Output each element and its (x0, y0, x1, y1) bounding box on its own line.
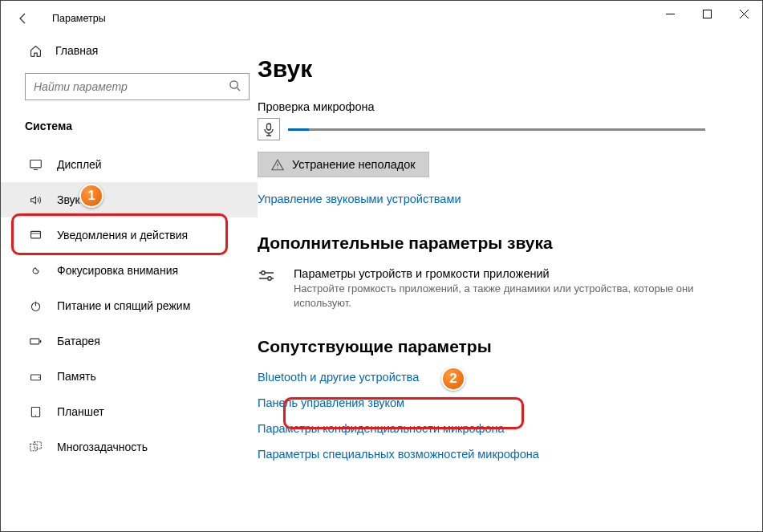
mic-test-row (258, 118, 738, 140)
sidebar-item-label: Звук (57, 193, 80, 206)
search-box[interactable] (25, 73, 250, 100)
svg-rect-13 (267, 124, 271, 130)
manage-sound-devices-link[interactable]: Управление звуковыми устройствами (258, 193, 461, 205)
battery-icon (26, 335, 44, 348)
window-title: Параметры (52, 13, 106, 24)
mic-icon (258, 118, 280, 140)
svg-point-14 (262, 271, 265, 274)
sliders-icon (258, 267, 279, 310)
sidebar-home[interactable]: Главная (1, 36, 258, 65)
mic-level-meter (288, 123, 705, 136)
troubleshoot-button[interactable]: Устранение неполадок (258, 152, 429, 177)
svg-rect-12 (34, 441, 41, 449)
display-icon (26, 158, 44, 172)
sidebar-home-label: Главная (55, 44, 98, 57)
svg-point-15 (268, 277, 271, 280)
option-title: Параметры устройств и громкости приложен… (294, 267, 707, 280)
title-bar: Параметры (1, 1, 762, 36)
annotation-badge-2: 2 (441, 367, 465, 391)
tablet-icon (26, 405, 44, 419)
close-button[interactable] (725, 1, 762, 26)
link-bluetooth[interactable]: Bluetooth и другие устройства (258, 371, 419, 384)
sound-icon (26, 193, 44, 207)
app-volume-option[interactable]: Параметры устройств и громкости приложен… (258, 267, 707, 310)
main-content: Звук Проверка микрофона Устранение непол… (258, 36, 762, 531)
svg-rect-6 (39, 339, 41, 342)
warning-icon (271, 159, 284, 171)
sidebar-item-focus[interactable]: Фокусировка внимания (1, 253, 258, 288)
sidebar: Главная Система Дисплей Зв (1, 36, 258, 531)
svg-rect-11 (30, 444, 37, 451)
link-mic-accessibility[interactable]: Параметры специальных возможностей микро… (258, 448, 539, 461)
option-description: Настройте громкость приложений, а также … (294, 282, 707, 310)
sidebar-item-label: Фокусировка внимания (57, 264, 178, 277)
svg-point-1 (230, 80, 237, 87)
svg-rect-5 (30, 339, 39, 344)
sidebar-item-label: Питание и спящий режим (57, 299, 190, 312)
search-input[interactable] (34, 80, 229, 93)
focus-icon (26, 264, 44, 278)
sidebar-item-sound[interactable]: Звук (1, 182, 258, 217)
related-links: Bluetooth и другие устройства Панель упр… (258, 371, 738, 461)
sidebar-item-power[interactable]: Питание и спящий режим (1, 288, 258, 323)
search-icon (229, 79, 241, 95)
sidebar-item-display[interactable]: Дисплей (1, 147, 258, 182)
annotation-badge-1: 1 (79, 184, 103, 208)
sidebar-item-label: Многозадачность (57, 441, 148, 453)
page-title: Звук (258, 55, 738, 83)
home-icon (26, 44, 44, 58)
mic-test-label: Проверка микрофона (258, 100, 738, 113)
advanced-heading: Дополнительные параметры звука (258, 234, 738, 253)
minimize-button[interactable] (651, 1, 688, 26)
maximize-button[interactable] (688, 1, 725, 26)
related-heading: Сопутствующие параметры (258, 337, 738, 356)
sidebar-item-label: Дисплей (57, 158, 102, 171)
sidebar-item-label: Батарея (57, 335, 100, 347)
link-sound-control-panel[interactable]: Панель управления звуком (258, 396, 404, 409)
sidebar-item-notifications[interactable]: Уведомления и действия (1, 217, 258, 253)
sidebar-item-tablet[interactable]: Планшет (1, 394, 258, 429)
sidebar-item-storage[interactable]: Память (1, 359, 258, 394)
back-button[interactable] (12, 7, 34, 30)
sidebar-item-label: Уведомления и действия (57, 229, 188, 242)
svg-point-8 (39, 376, 39, 377)
storage-icon (26, 370, 44, 384)
sidebar-item-label: Память (57, 370, 96, 383)
troubleshoot-label: Устранение неполадок (292, 158, 416, 171)
sidebar-nav: Дисплей Звук Уведомления и действия Фоку… (1, 144, 258, 465)
svg-rect-2 (30, 160, 41, 167)
power-icon (26, 299, 44, 313)
svg-rect-3 (30, 231, 40, 238)
svg-point-10 (34, 415, 35, 416)
sidebar-section-header: Система (1, 108, 258, 144)
window-controls (651, 1, 762, 26)
sidebar-item-label: Планшет (57, 405, 104, 418)
multitasking-icon (26, 441, 44, 454)
sidebar-item-multitasking[interactable]: Многозадачность (1, 429, 258, 465)
link-mic-privacy[interactable]: Параметры конфиденциальности микрофона (258, 422, 505, 435)
sidebar-item-battery[interactable]: Батарея (1, 323, 258, 359)
svg-rect-0 (703, 10, 711, 18)
notifications-icon (26, 229, 44, 242)
